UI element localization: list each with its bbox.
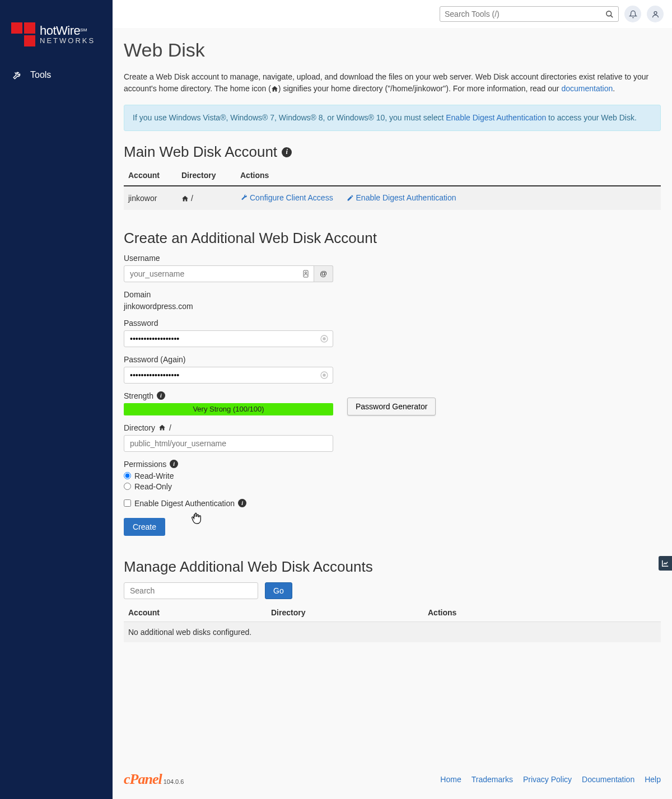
footer-home-link[interactable]: Home bbox=[440, 775, 461, 784]
brand-main: hotWireSM bbox=[40, 24, 95, 37]
manage-search-input[interactable] bbox=[124, 582, 258, 599]
footer-trademarks-link[interactable]: Trademarks bbox=[472, 775, 513, 784]
cell-directory: / bbox=[177, 186, 236, 210]
col-account: Account bbox=[124, 165, 177, 186]
search-icon[interactable] bbox=[605, 10, 614, 18]
cell-account: jinkowor bbox=[124, 186, 177, 210]
home-icon bbox=[271, 84, 278, 93]
brand-sub: NETWORKS bbox=[40, 37, 95, 45]
username-input[interactable] bbox=[124, 265, 298, 282]
footer-help-link[interactable]: Help bbox=[645, 775, 661, 784]
info-icon[interactable]: i bbox=[170, 460, 178, 468]
home-icon bbox=[181, 194, 189, 203]
perm-read-only[interactable]: Read-Only bbox=[124, 482, 457, 491]
search-input[interactable] bbox=[445, 10, 605, 18]
cell-actions: Configure Client Access Enable Digest Au… bbox=[236, 186, 661, 210]
main: Web Disk Create a Web Disk account to ma… bbox=[113, 0, 672, 799]
domain-value: jinkowordpress.com bbox=[124, 302, 457, 311]
strength-bar: Very Strong (100/100) bbox=[124, 403, 333, 415]
main-account-table: Account Directory Actions jinkowor / bbox=[124, 165, 661, 210]
col-account: Account bbox=[124, 604, 267, 622]
go-button[interactable]: Go bbox=[265, 582, 292, 599]
page-title: Web Disk bbox=[124, 39, 661, 61]
topbar bbox=[113, 0, 672, 28]
enable-digest-auth-link[interactable]: Enable Digest Authentication bbox=[347, 193, 456, 202]
info-icon[interactable]: i bbox=[238, 499, 246, 507]
password-again-label: Password (Again) bbox=[124, 355, 457, 364]
empty-message: No additional web disks configured. bbox=[124, 622, 661, 642]
svg-point-3 bbox=[305, 272, 306, 273]
brand-logo: hotWireSM NETWORKS bbox=[0, 11, 113, 63]
contact-icon[interactable] bbox=[297, 265, 314, 282]
directory-input[interactable] bbox=[124, 435, 333, 452]
user-icon bbox=[651, 10, 660, 18]
eye-icon[interactable] bbox=[320, 371, 329, 380]
eye-icon[interactable] bbox=[320, 334, 329, 343]
manage-heading: Manage Additional Web Disk Accounts bbox=[124, 558, 661, 576]
configure-client-access-link[interactable]: Configure Client Access bbox=[240, 193, 333, 202]
info-alert: If you use Windows Vista®, Windows® 7, W… bbox=[124, 105, 661, 131]
notifications-button[interactable] bbox=[624, 6, 641, 22]
at-addon: @ bbox=[314, 265, 333, 282]
footer: cPanel104.0.6 Home Trademarks Privacy Po… bbox=[113, 754, 672, 799]
side-tab-button[interactable] bbox=[659, 556, 672, 571]
footer-privacy-link[interactable]: Privacy Policy bbox=[523, 775, 572, 784]
enable-digest-checkbox[interactable] bbox=[124, 499, 131, 507]
logo-mark bbox=[11, 22, 35, 46]
footer-links: Home Trademarks Privacy Policy Documenta… bbox=[440, 775, 661, 784]
enable-digest-link[interactable]: Enable Digest Authentication bbox=[446, 113, 546, 122]
svg-point-5 bbox=[323, 338, 325, 340]
home-icon bbox=[158, 424, 166, 431]
wrench-icon bbox=[240, 194, 248, 202]
col-actions: Actions bbox=[236, 165, 661, 186]
password-again-input[interactable] bbox=[124, 367, 333, 384]
perm-read-write[interactable]: Read-Write bbox=[124, 471, 457, 480]
user-menu-button[interactable] bbox=[647, 6, 664, 22]
main-account-heading: Main Web Disk Account i bbox=[124, 143, 661, 161]
table-row-empty: No additional web disks configured. bbox=[124, 622, 661, 642]
svg-point-7 bbox=[323, 374, 325, 376]
footer-documentation-link[interactable]: Documentation bbox=[582, 775, 634, 784]
col-actions: Actions bbox=[423, 604, 661, 622]
cpanel-logo: cPanel104.0.6 bbox=[124, 771, 184, 788]
bell-icon bbox=[629, 10, 637, 18]
enable-digest-checkbox-row[interactable]: Enable Digest Authentication i bbox=[124, 499, 661, 508]
strength-label: Strength i bbox=[124, 391, 333, 400]
svg-point-1 bbox=[654, 11, 657, 14]
perm-ro-radio[interactable] bbox=[124, 483, 131, 490]
tools-icon bbox=[12, 70, 22, 80]
search-box[interactable] bbox=[440, 6, 619, 22]
intro-text: Create a Web Disk account to manage, nav… bbox=[124, 71, 661, 95]
permissions-label: Permissions i bbox=[124, 460, 457, 469]
password-label: Password bbox=[124, 319, 457, 328]
col-directory: Directory bbox=[177, 165, 236, 186]
directory-label: Directory / bbox=[124, 423, 457, 432]
info-icon[interactable]: i bbox=[282, 147, 292, 157]
table-row: jinkowor / Configure Client Access bbox=[124, 186, 661, 210]
create-account-heading: Create an Additional Web Disk Account bbox=[124, 230, 661, 247]
cursor-hand-icon bbox=[190, 511, 203, 526]
username-label: Username bbox=[124, 254, 457, 263]
col-directory: Directory bbox=[267, 604, 423, 622]
pencil-icon bbox=[347, 194, 354, 202]
sidebar-item-label: Tools bbox=[30, 70, 51, 80]
create-button[interactable]: Create bbox=[124, 518, 165, 536]
password-input[interactable] bbox=[124, 330, 333, 347]
password-generator-button[interactable]: Password Generator bbox=[347, 398, 436, 415]
info-icon[interactable]: i bbox=[157, 391, 165, 400]
chart-icon bbox=[661, 559, 669, 567]
manage-table: Account Directory Actions No additional … bbox=[124, 604, 661, 642]
sidebar: hotWireSM NETWORKS Tools bbox=[0, 0, 113, 799]
perm-rw-radio[interactable] bbox=[124, 472, 131, 479]
sidebar-item-tools[interactable]: Tools bbox=[0, 63, 113, 87]
domain-label: Domain bbox=[124, 290, 457, 299]
svg-point-0 bbox=[606, 11, 612, 16]
documentation-link[interactable]: documentation bbox=[561, 84, 613, 93]
